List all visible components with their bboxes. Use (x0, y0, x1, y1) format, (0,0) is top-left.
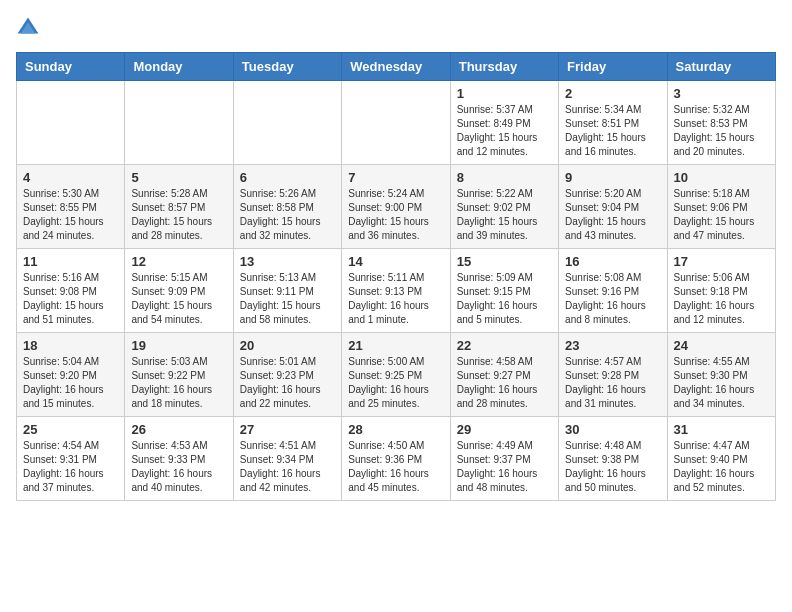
day-number: 16 (565, 254, 660, 269)
day-number: 12 (131, 254, 226, 269)
calendar-cell: 14Sunrise: 5:11 AM Sunset: 9:13 PM Dayli… (342, 249, 450, 333)
day-info: Sunrise: 5:06 AM Sunset: 9:18 PM Dayligh… (674, 271, 769, 327)
day-info: Sunrise: 5:32 AM Sunset: 8:53 PM Dayligh… (674, 103, 769, 159)
day-number: 17 (674, 254, 769, 269)
calendar-cell: 8Sunrise: 5:22 AM Sunset: 9:02 PM Daylig… (450, 165, 558, 249)
calendar-cell: 5Sunrise: 5:28 AM Sunset: 8:57 PM Daylig… (125, 165, 233, 249)
calendar-cell: 31Sunrise: 4:47 AM Sunset: 9:40 PM Dayli… (667, 417, 775, 501)
calendar-cell: 10Sunrise: 5:18 AM Sunset: 9:06 PM Dayli… (667, 165, 775, 249)
day-number: 24 (674, 338, 769, 353)
day-number: 15 (457, 254, 552, 269)
day-number: 21 (348, 338, 443, 353)
day-info: Sunrise: 4:58 AM Sunset: 9:27 PM Dayligh… (457, 355, 552, 411)
day-info: Sunrise: 5:16 AM Sunset: 9:08 PM Dayligh… (23, 271, 118, 327)
calendar-cell: 7Sunrise: 5:24 AM Sunset: 9:00 PM Daylig… (342, 165, 450, 249)
day-info: Sunrise: 4:48 AM Sunset: 9:38 PM Dayligh… (565, 439, 660, 495)
calendar-cell: 6Sunrise: 5:26 AM Sunset: 8:58 PM Daylig… (233, 165, 341, 249)
calendar-cell (233, 81, 341, 165)
calendar-cell: 30Sunrise: 4:48 AM Sunset: 9:38 PM Dayli… (559, 417, 667, 501)
calendar-cell: 25Sunrise: 4:54 AM Sunset: 9:31 PM Dayli… (17, 417, 125, 501)
calendar-cell: 4Sunrise: 5:30 AM Sunset: 8:55 PM Daylig… (17, 165, 125, 249)
calendar-week-row: 4Sunrise: 5:30 AM Sunset: 8:55 PM Daylig… (17, 165, 776, 249)
day-number: 26 (131, 422, 226, 437)
day-number: 18 (23, 338, 118, 353)
calendar-cell: 3Sunrise: 5:32 AM Sunset: 8:53 PM Daylig… (667, 81, 775, 165)
day-number: 22 (457, 338, 552, 353)
calendar-cell: 1Sunrise: 5:37 AM Sunset: 8:49 PM Daylig… (450, 81, 558, 165)
day-info: Sunrise: 4:54 AM Sunset: 9:31 PM Dayligh… (23, 439, 118, 495)
day-info: Sunrise: 5:22 AM Sunset: 9:02 PM Dayligh… (457, 187, 552, 243)
day-number: 9 (565, 170, 660, 185)
calendar-cell: 21Sunrise: 5:00 AM Sunset: 9:25 PM Dayli… (342, 333, 450, 417)
day-number: 8 (457, 170, 552, 185)
calendar-cell (17, 81, 125, 165)
calendar-week-row: 18Sunrise: 5:04 AM Sunset: 9:20 PM Dayli… (17, 333, 776, 417)
day-info: Sunrise: 4:50 AM Sunset: 9:36 PM Dayligh… (348, 439, 443, 495)
day-info: Sunrise: 4:57 AM Sunset: 9:28 PM Dayligh… (565, 355, 660, 411)
day-number: 29 (457, 422, 552, 437)
day-number: 25 (23, 422, 118, 437)
calendar-cell: 26Sunrise: 4:53 AM Sunset: 9:33 PM Dayli… (125, 417, 233, 501)
calendar-cell: 18Sunrise: 5:04 AM Sunset: 9:20 PM Dayli… (17, 333, 125, 417)
day-number: 19 (131, 338, 226, 353)
day-number: 27 (240, 422, 335, 437)
calendar-cell: 20Sunrise: 5:01 AM Sunset: 9:23 PM Dayli… (233, 333, 341, 417)
weekday-header-thursday: Thursday (450, 53, 558, 81)
calendar-cell: 2Sunrise: 5:34 AM Sunset: 8:51 PM Daylig… (559, 81, 667, 165)
day-number: 31 (674, 422, 769, 437)
logo-icon (16, 16, 40, 40)
day-info: Sunrise: 5:04 AM Sunset: 9:20 PM Dayligh… (23, 355, 118, 411)
day-number: 20 (240, 338, 335, 353)
calendar-cell: 11Sunrise: 5:16 AM Sunset: 9:08 PM Dayli… (17, 249, 125, 333)
day-info: Sunrise: 5:03 AM Sunset: 9:22 PM Dayligh… (131, 355, 226, 411)
day-number: 3 (674, 86, 769, 101)
day-info: Sunrise: 4:49 AM Sunset: 9:37 PM Dayligh… (457, 439, 552, 495)
day-info: Sunrise: 5:26 AM Sunset: 8:58 PM Dayligh… (240, 187, 335, 243)
calendar-cell: 27Sunrise: 4:51 AM Sunset: 9:34 PM Dayli… (233, 417, 341, 501)
day-number: 30 (565, 422, 660, 437)
day-number: 7 (348, 170, 443, 185)
calendar-cell: 24Sunrise: 4:55 AM Sunset: 9:30 PM Dayli… (667, 333, 775, 417)
weekday-header-sunday: Sunday (17, 53, 125, 81)
day-number: 4 (23, 170, 118, 185)
day-info: Sunrise: 5:15 AM Sunset: 9:09 PM Dayligh… (131, 271, 226, 327)
day-info: Sunrise: 4:55 AM Sunset: 9:30 PM Dayligh… (674, 355, 769, 411)
day-info: Sunrise: 5:28 AM Sunset: 8:57 PM Dayligh… (131, 187, 226, 243)
weekday-header-saturday: Saturday (667, 53, 775, 81)
day-info: Sunrise: 5:34 AM Sunset: 8:51 PM Dayligh… (565, 103, 660, 159)
day-info: Sunrise: 4:47 AM Sunset: 9:40 PM Dayligh… (674, 439, 769, 495)
calendar-cell: 19Sunrise: 5:03 AM Sunset: 9:22 PM Dayli… (125, 333, 233, 417)
day-number: 11 (23, 254, 118, 269)
calendar-cell: 16Sunrise: 5:08 AM Sunset: 9:16 PM Dayli… (559, 249, 667, 333)
day-info: Sunrise: 5:13 AM Sunset: 9:11 PM Dayligh… (240, 271, 335, 327)
day-info: Sunrise: 5:11 AM Sunset: 9:13 PM Dayligh… (348, 271, 443, 327)
day-info: Sunrise: 5:18 AM Sunset: 9:06 PM Dayligh… (674, 187, 769, 243)
calendar-cell: 12Sunrise: 5:15 AM Sunset: 9:09 PM Dayli… (125, 249, 233, 333)
weekday-header-monday: Monday (125, 53, 233, 81)
calendar-table: SundayMondayTuesdayWednesdayThursdayFrid… (16, 52, 776, 501)
day-number: 13 (240, 254, 335, 269)
calendar-cell: 13Sunrise: 5:13 AM Sunset: 9:11 PM Dayli… (233, 249, 341, 333)
page-header (16, 16, 776, 40)
day-info: Sunrise: 4:51 AM Sunset: 9:34 PM Dayligh… (240, 439, 335, 495)
day-info: Sunrise: 5:08 AM Sunset: 9:16 PM Dayligh… (565, 271, 660, 327)
weekday-header-wednesday: Wednesday (342, 53, 450, 81)
calendar-cell: 15Sunrise: 5:09 AM Sunset: 9:15 PM Dayli… (450, 249, 558, 333)
calendar-week-row: 11Sunrise: 5:16 AM Sunset: 9:08 PM Dayli… (17, 249, 776, 333)
calendar-cell: 29Sunrise: 4:49 AM Sunset: 9:37 PM Dayli… (450, 417, 558, 501)
day-number: 5 (131, 170, 226, 185)
calendar-week-row: 25Sunrise: 4:54 AM Sunset: 9:31 PM Dayli… (17, 417, 776, 501)
day-info: Sunrise: 5:09 AM Sunset: 9:15 PM Dayligh… (457, 271, 552, 327)
logo (16, 16, 44, 40)
calendar-cell: 22Sunrise: 4:58 AM Sunset: 9:27 PM Dayli… (450, 333, 558, 417)
calendar-cell (125, 81, 233, 165)
calendar-cell: 28Sunrise: 4:50 AM Sunset: 9:36 PM Dayli… (342, 417, 450, 501)
calendar-week-row: 1Sunrise: 5:37 AM Sunset: 8:49 PM Daylig… (17, 81, 776, 165)
day-info: Sunrise: 5:37 AM Sunset: 8:49 PM Dayligh… (457, 103, 552, 159)
day-number: 6 (240, 170, 335, 185)
day-info: Sunrise: 4:53 AM Sunset: 9:33 PM Dayligh… (131, 439, 226, 495)
day-info: Sunrise: 5:30 AM Sunset: 8:55 PM Dayligh… (23, 187, 118, 243)
weekday-header-row: SundayMondayTuesdayWednesdayThursdayFrid… (17, 53, 776, 81)
day-number: 14 (348, 254, 443, 269)
day-info: Sunrise: 5:20 AM Sunset: 9:04 PM Dayligh… (565, 187, 660, 243)
